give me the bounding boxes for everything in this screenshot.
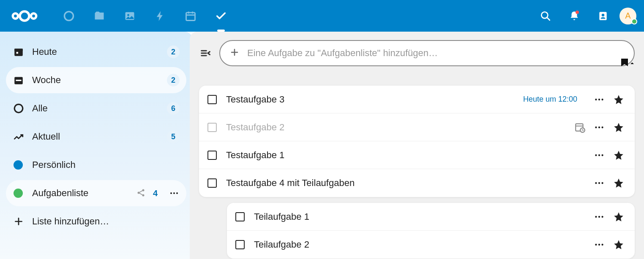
task-row[interactable]: Testaufgabe 2 — [199, 113, 635, 141]
svg-point-19 — [14, 104, 23, 113]
svg-point-52 — [595, 216, 597, 217]
photos-icon[interactable] — [123, 5, 136, 27]
count-badge: 6 — [167, 102, 180, 115]
star-icon[interactable] — [613, 177, 625, 189]
sidebar-filter-week[interactable]: Woche 2 — [6, 67, 186, 93]
sidebar-item-label: Aufgabenliste — [32, 188, 136, 199]
calendar-clock-icon[interactable] — [574, 121, 586, 133]
svg-rect-6 — [186, 12, 195, 20]
svg-point-27 — [176, 192, 178, 194]
sidebar-item-label: Alle — [32, 103, 167, 114]
svg-point-43 — [595, 126, 597, 128]
more-icon[interactable] — [593, 177, 605, 189]
user-avatar[interactable]: A — [619, 8, 636, 24]
svg-point-13 — [602, 13, 605, 16]
trending-icon — [13, 131, 25, 143]
task-row[interactable]: Testaufgabe 3 Heute um 12:00 — [199, 86, 635, 113]
svg-point-55 — [595, 244, 597, 246]
task-due-text: Heute um 12:00 — [523, 95, 577, 104]
circle-icon — [13, 103, 25, 114]
count-badge: 2 — [167, 74, 180, 86]
main-content: .sort-btn{display:none} x x Testaufgabe … — [190, 32, 644, 259]
task-title: Teilaufgabe 2 — [254, 239, 586, 250]
sidebar-filter-current[interactable]: Aktuell 5 — [6, 124, 186, 150]
contacts-icon[interactable] — [597, 10, 609, 22]
svg-point-49 — [595, 182, 597, 184]
svg-line-11 — [547, 17, 550, 20]
avatar-initial: A — [625, 11, 630, 21]
star-icon[interactable] — [613, 239, 625, 251]
task-row[interactable]: Testaufgabe 4 mit Teilaufgaben — [199, 169, 635, 197]
dashboard-icon[interactable] — [63, 5, 75, 27]
svg-point-51 — [601, 182, 603, 184]
svg-point-57 — [601, 244, 603, 246]
checkbox-icon[interactable] — [235, 212, 245, 221]
share-icon[interactable] — [136, 188, 147, 199]
notifications-icon[interactable] — [568, 10, 581, 22]
svg-rect-18 — [16, 80, 22, 81]
more-icon[interactable] — [593, 94, 605, 105]
star-icon[interactable] — [613, 121, 625, 133]
app-nav — [63, 5, 227, 27]
more-icon[interactable] — [169, 188, 180, 199]
svg-rect-16 — [16, 52, 18, 54]
svg-line-24 — [139, 193, 142, 195]
svg-rect-15 — [14, 49, 23, 51]
task-row[interactable]: Teilaufgabe 1 — [227, 203, 635, 231]
sidebar-add-list[interactable]: Liste hinzufügen… — [6, 208, 186, 235]
notification-dot-icon — [576, 11, 579, 14]
subtask-list: Teilaufgabe 1 Teilaufgabe 2 — [227, 203, 635, 259]
checkbox-icon[interactable] — [207, 151, 217, 160]
sidebar-filter-all[interactable]: Alle 6 — [6, 95, 186, 121]
more-icon[interactable] — [593, 211, 605, 223]
task-row[interactable]: Teilaufgabe 2 — [227, 231, 635, 259]
sidebar-list-aufgabenliste[interactable]: Aufgabenliste 4 — [6, 180, 186, 206]
sidebar-item-label: Heute — [32, 46, 167, 57]
svg-point-48 — [601, 154, 603, 156]
svg-point-2 — [31, 13, 36, 18]
app-header: A — [0, 0, 644, 32]
svg-point-44 — [598, 126, 600, 128]
checkbox-icon[interactable] — [235, 240, 245, 249]
star-icon[interactable] — [613, 149, 625, 161]
task-row[interactable]: Testaufgabe 1 — [199, 141, 635, 169]
list-color-dot-icon — [14, 160, 23, 170]
status-online-icon — [631, 19, 637, 24]
svg-point-54 — [601, 216, 603, 217]
tasks-icon[interactable] — [215, 5, 227, 27]
more-icon[interactable] — [593, 239, 605, 251]
checkbox-icon[interactable] — [207, 178, 217, 188]
task-list: Testaufgabe 3 Heute um 12:00 Testaufgabe… — [199, 86, 635, 197]
star-icon[interactable] — [613, 94, 625, 105]
svg-line-42 — [583, 130, 584, 130]
svg-point-35 — [595, 98, 597, 100]
search-icon[interactable] — [539, 10, 552, 22]
nextcloud-logo[interactable] — [8, 8, 41, 24]
svg-point-47 — [598, 154, 600, 156]
plus-icon — [13, 216, 25, 227]
sidebar-filter-today[interactable]: Heute 2 — [6, 39, 186, 65]
files-icon[interactable] — [93, 5, 106, 27]
sidebar-item-label: Liste hinzufügen… — [32, 216, 180, 227]
calendar-day-icon — [13, 46, 25, 58]
svg-point-0 — [13, 13, 18, 18]
checkbox-icon[interactable] — [207, 95, 217, 104]
sidebar-list-personal[interactable]: Persönlich — [6, 152, 186, 178]
sidebar-item-label: Aktuell — [32, 131, 167, 142]
task-title: Teilaufgabe 1 — [254, 211, 586, 222]
more-icon[interactable] — [593, 149, 605, 161]
calendar-week-icon — [13, 74, 25, 86]
calendar-icon[interactable] — [184, 5, 197, 27]
svg-point-53 — [598, 216, 600, 217]
star-icon[interactable] — [613, 211, 625, 223]
svg-point-26 — [173, 192, 175, 194]
task-title: Testaufgabe 4 mit Teilaufgaben — [226, 178, 586, 189]
svg-point-46 — [595, 154, 597, 156]
activity-icon[interactable] — [154, 5, 166, 27]
checkbox-icon[interactable] — [207, 123, 217, 132]
more-icon[interactable] — [593, 121, 605, 133]
sort-order-icon[interactable] — [620, 58, 635, 69]
count-badge: 2 — [167, 46, 180, 58]
svg-point-37 — [601, 98, 603, 100]
list-count: 4 — [153, 189, 158, 198]
